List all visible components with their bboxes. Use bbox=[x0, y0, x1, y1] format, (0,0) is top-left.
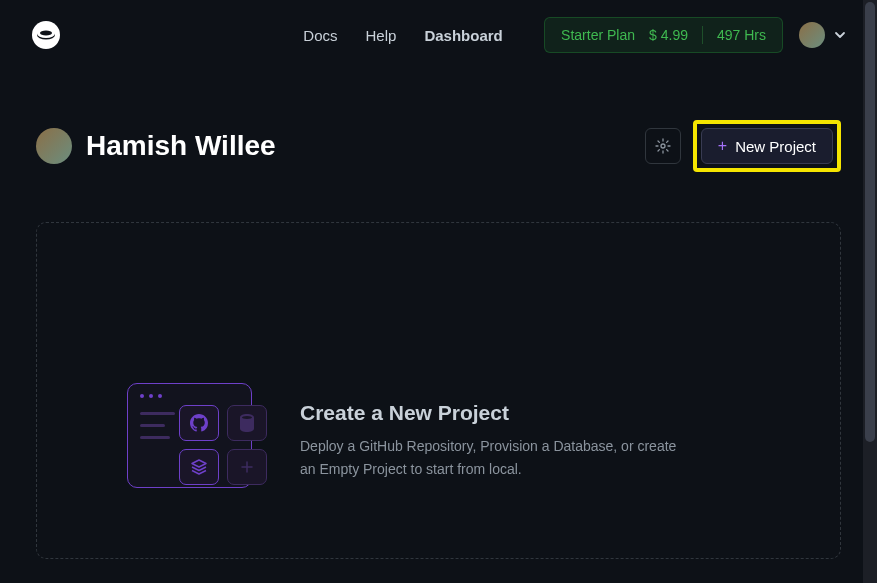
settings-button[interactable] bbox=[645, 128, 681, 164]
header: Docs Help Dashboard Starter Plan $ 4.99 … bbox=[0, 0, 877, 70]
main: Hamish Willee + New Project bbox=[0, 70, 877, 559]
logo-icon bbox=[32, 21, 60, 49]
user-menu[interactable] bbox=[799, 22, 847, 48]
svg-point-3 bbox=[40, 31, 52, 36]
plan-hours: 497 Hrs bbox=[717, 27, 766, 43]
database-icon bbox=[227, 405, 267, 441]
nav-help[interactable]: Help bbox=[366, 27, 397, 44]
plan-box[interactable]: Starter Plan $ 4.99 497 Hrs bbox=[544, 17, 783, 53]
nav-dashboard[interactable]: Dashboard bbox=[424, 27, 502, 44]
plus-tile-icon bbox=[227, 449, 267, 485]
layers-icon bbox=[179, 449, 219, 485]
avatar bbox=[799, 22, 825, 48]
gear-icon bbox=[655, 138, 671, 154]
empty-state-title: Create a New Project bbox=[300, 401, 750, 425]
nav-center: Docs Help Dashboard bbox=[303, 27, 502, 44]
empty-state: Create a New Project Deploy a GitHub Rep… bbox=[36, 222, 841, 559]
user-avatar bbox=[36, 128, 72, 164]
page-title-wrap: Hamish Willee bbox=[36, 128, 276, 164]
plan-price: $ 4.99 bbox=[649, 27, 688, 43]
empty-text: Create a New Project Deploy a GitHub Rep… bbox=[300, 401, 750, 480]
highlight-annotation: + New Project bbox=[693, 120, 841, 172]
scrollbar[interactable] bbox=[863, 0, 877, 583]
plan-divider bbox=[702, 26, 703, 44]
scrollbar-thumb[interactable] bbox=[865, 2, 875, 442]
new-project-label: New Project bbox=[735, 138, 816, 155]
plan-name: Starter Plan bbox=[561, 27, 635, 43]
nav-docs[interactable]: Docs bbox=[303, 27, 337, 44]
header-right: Starter Plan $ 4.99 497 Hrs bbox=[544, 17, 847, 53]
github-icon bbox=[179, 405, 219, 441]
page-title: Hamish Willee bbox=[86, 130, 276, 162]
chevron-down-icon bbox=[833, 28, 847, 42]
logo[interactable] bbox=[30, 19, 62, 51]
illustration bbox=[127, 383, 262, 498]
empty-state-description: Deploy a GitHub Repository, Provision a … bbox=[300, 435, 680, 480]
new-project-button[interactable]: + New Project bbox=[701, 128, 833, 164]
plus-icon: + bbox=[718, 137, 727, 155]
page-header: Hamish Willee + New Project bbox=[36, 120, 841, 172]
page-actions: + New Project bbox=[645, 120, 841, 172]
